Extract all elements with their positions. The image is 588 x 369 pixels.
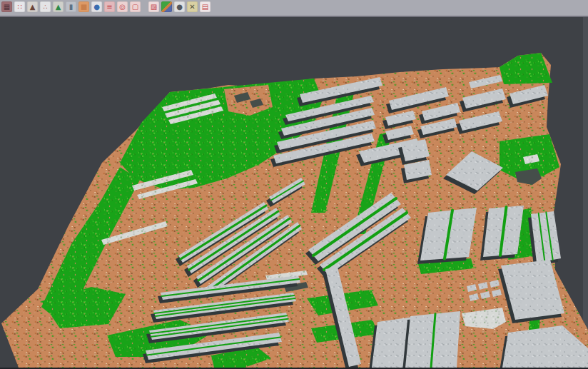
render-sphere-button[interactable]: ● xyxy=(174,1,185,12)
subsample-points-icon: ∴ xyxy=(43,1,47,12)
move-tool-button[interactable]: ▦ xyxy=(1,1,12,12)
globe-geo-icon: ● xyxy=(93,1,100,12)
bounding-box-button[interactable]: ▢ xyxy=(130,1,141,12)
point-cloud-canvas[interactable] xyxy=(0,17,588,368)
subsample-points-button[interactable]: ∴ xyxy=(40,1,51,12)
mountain-mesh-icon: ▲ xyxy=(30,1,36,12)
segment-bars-icon: ▤ xyxy=(202,1,208,12)
ortho-tile-button[interactable]: ■ xyxy=(78,1,89,12)
ortho-tile-icon: ■ xyxy=(81,1,87,12)
section-filter-icon: ▨ xyxy=(151,1,157,12)
segment-bars-button[interactable]: ▤ xyxy=(200,1,211,12)
point-pair-registration-icon: ∷ xyxy=(17,1,21,12)
viewport-right-edge xyxy=(583,17,588,368)
delete-cross-button[interactable]: ✕ xyxy=(187,1,198,12)
globe-geo-button[interactable]: ● xyxy=(91,1,102,12)
radius-target-icon: ◎ xyxy=(119,1,126,12)
3d-viewport[interactable] xyxy=(0,17,588,368)
scalar-list-button[interactable]: ≡ xyxy=(104,1,115,12)
terrain-dem-icon: ▲ xyxy=(56,1,61,12)
scalar-list-icon: ≡ xyxy=(106,1,112,12)
delete-cross-icon: ✕ xyxy=(189,1,195,12)
mountain-mesh-button[interactable]: ▲ xyxy=(27,1,38,12)
profile-column-icon: ▮ xyxy=(69,1,74,12)
terrain-dem-button[interactable]: ▲ xyxy=(53,1,64,12)
radius-target-button[interactable]: ◎ xyxy=(117,1,128,12)
section-filter-button[interactable]: ▨ xyxy=(148,1,159,12)
main-toolbar: ▦∷▲∴▲▮■●≡◎▢▨●✕▤ xyxy=(0,0,588,17)
classification-map-button[interactable] xyxy=(161,1,172,12)
profile-column-button[interactable]: ▮ xyxy=(66,1,76,12)
point-pair-registration-button[interactable]: ∷ xyxy=(14,1,25,12)
move-tool-icon: ▦ xyxy=(4,1,10,12)
application-window: ▦∷▲∴▲▮■●≡◎▢▨●✕▤ xyxy=(0,0,588,369)
render-sphere-icon: ● xyxy=(176,1,183,12)
bounding-box-icon: ▢ xyxy=(132,1,138,12)
